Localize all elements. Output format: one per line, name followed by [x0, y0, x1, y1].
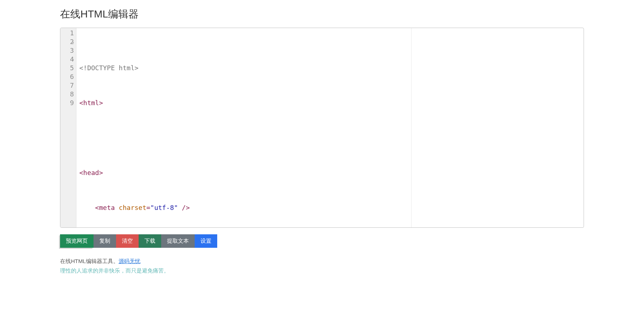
footer: 在线HTML编辑器工具。源码无忧 理性的人追求的并非快乐，而只是避免痛苦。: [60, 257, 584, 275]
code-line: <head>: [79, 168, 584, 177]
code-line: <html>: [79, 99, 584, 107]
preview-button[interactable]: 预览网页: [60, 234, 94, 248]
page-title: 在线HTML编辑器: [60, 7, 584, 21]
line-number: 6: [60, 72, 74, 81]
footer-description: 在线HTML编辑器工具。: [60, 258, 119, 264]
line-number: 4: [60, 55, 74, 64]
line-number-gutter: 1 2 3 4 5 6 7 8 9: [60, 28, 76, 227]
line-number: 2: [60, 37, 74, 46]
code-line: [79, 134, 584, 142]
print-margin: [411, 28, 412, 227]
download-button[interactable]: 下载: [139, 234, 161, 248]
settings-button[interactable]: 设置: [195, 234, 217, 248]
line-number: 1: [60, 29, 74, 37]
copy-button[interactable]: 复制: [94, 234, 116, 248]
line-number: 8: [60, 90, 74, 99]
code-line: <!DOCTYPE html>: [79, 64, 584, 72]
extract-text-button[interactable]: 提取文本: [161, 234, 195, 248]
code-editor[interactable]: 1 2 3 4 5 6 7 8 9 <!DOCTYPE html> <html>…: [60, 28, 584, 228]
code-content[interactable]: <!DOCTYPE html> <html> <head> <meta char…: [76, 28, 584, 227]
line-number: 7: [60, 81, 74, 90]
footer-quote: 理性的人追求的并非快乐，而只是避免痛苦。: [60, 266, 584, 275]
line-number: 9: [60, 99, 74, 107]
line-number: 3: [60, 46, 74, 55]
action-toolbar: 预览网页 复制 清空 下载 提取文本 设置: [60, 234, 584, 248]
clear-button[interactable]: 清空: [116, 234, 139, 248]
source-link[interactable]: 源码无忧: [119, 258, 140, 264]
code-line: <meta charset="utf-8" />: [79, 203, 584, 212]
line-number: 5: [60, 64, 74, 72]
